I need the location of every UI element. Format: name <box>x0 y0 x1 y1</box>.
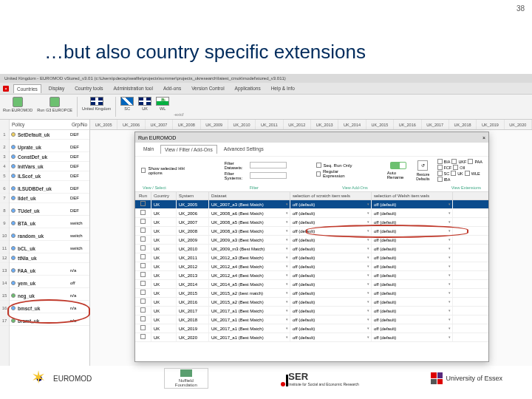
ext-checkbox[interactable] <box>437 177 443 182</box>
cell-hh[interactable]: off (default) <box>372 280 453 288</box>
dlg-tab-main[interactable]: Main <box>140 145 157 154</box>
cell-dataset[interactable]: UK_2009_m3 (Best Match) <box>209 245 290 253</box>
year-col[interactable]: UK_2013 <box>311 120 338 129</box>
function-row[interactable]: bmscf_ukn/a <box>10 304 89 313</box>
table-row[interactable]: UKUK_2019UK_2017_a1 (Best Match)off (def… <box>135 324 488 333</box>
flag-sc[interactable]: SC <box>120 97 134 117</box>
close-icon[interactable]: × <box>3 86 9 92</box>
function-row[interactable]: ILScof_ukDEF <box>10 171 89 181</box>
menu-help[interactable]: Help & Info <box>268 84 298 92</box>
function-row[interactable]: IIdef_ukDEF <box>10 194 89 203</box>
function-row[interactable]: BTA_ukswitch <box>10 219 89 228</box>
run-euromod-button[interactable]: Run EUROMOD <box>3 97 33 117</box>
year-col[interactable]: UK_2007 <box>146 120 173 129</box>
menu-addons[interactable]: Add-ons <box>160 84 184 92</box>
table-row[interactable]: UKUK_2014UK_2014_a5 (Best Match)off (def… <box>135 280 488 289</box>
run-checkbox[interactable] <box>140 290 146 295</box>
run-checkbox[interactable] <box>140 272 146 277</box>
show-selected-hh-checkbox[interactable] <box>141 168 146 173</box>
menu-admin-tool[interactable]: Administration tool <box>110 84 155 92</box>
cell-dataset[interactable]: UK_2017_a1 (Best Match) <box>209 307 290 315</box>
function-row[interactable]: neg_ukn/a <box>10 291 89 301</box>
function-row[interactable]: FAA_ukn/a <box>10 266 89 276</box>
table-row[interactable]: UKUK_2020UK_2017_a1 (Best Match)off (def… <box>135 333 488 342</box>
year-col[interactable]: UK_2014 <box>338 120 366 129</box>
cell-dataset[interactable]: UK_2008_a5 (Best Match) <box>209 218 290 226</box>
cell-switch[interactable]: off (default) <box>290 253 372 262</box>
run-checkbox[interactable] <box>140 236 146 242</box>
function-row[interactable]: ConstDef_ukDEF <box>10 152 89 162</box>
cell-switch[interactable]: off (default) <box>290 236 372 244</box>
dlg-tab-view-filter[interactable]: View / Filter / Add-Ons <box>160 145 217 154</box>
ext-checkbox[interactable] <box>437 171 443 176</box>
restore-defaults-icon[interactable]: ↺ <box>417 160 428 171</box>
cell-dataset[interactable]: UK_2007_a3 (Best Match) <box>209 200 290 208</box>
table-row[interactable]: UKUK_2010UK_2009_m3 (Best Match)off (def… <box>135 245 488 253</box>
run-checkbox[interactable] <box>140 254 146 259</box>
flag-uk[interactable]: UK <box>138 97 151 117</box>
run-checkbox[interactable] <box>140 316 146 321</box>
year-col[interactable]: UK_2006 <box>117 120 145 129</box>
menu-country-tools[interactable]: Country tools <box>72 84 106 92</box>
cell-switch[interactable]: off (default) <box>290 200 372 208</box>
table-row[interactable]: UKUK_2015UK_2015_a2 (best match)off (def… <box>135 289 488 298</box>
function-list[interactable]: Policy Grp/No SetDefault_ukDEFUprate_ukD… <box>10 120 89 366</box>
cell-switch[interactable]: off (default) <box>290 245 372 253</box>
cell-switch[interactable]: off (default) <box>290 209 372 217</box>
run-checkbox[interactable] <box>140 325 146 330</box>
ext-checkbox[interactable] <box>437 165 443 170</box>
year-col[interactable]: UK_2005 <box>90 120 117 129</box>
cell-hh[interactable]: off (default) <box>372 209 453 217</box>
table-row[interactable]: UKUK_2011UK_2012_a3 (Best Match)off (def… <box>135 253 488 262</box>
table-row[interactable]: UKUK_2012UK_2012_a4 (Best Match)off (def… <box>135 262 488 271</box>
cell-switch[interactable]: off (default) <box>290 218 372 226</box>
regex-checkbox[interactable] <box>316 171 321 177</box>
table-row[interactable]: UKUK_2005UK_2007_a3 (Best Match)off (def… <box>135 200 488 209</box>
country-button[interactable]: United Kingdom <box>82 97 111 117</box>
cell-dataset[interactable]: UK_2015_a2 (Best Match) <box>209 298 290 306</box>
cell-switch[interactable]: off (default) <box>290 307 372 315</box>
table-row[interactable]: UKUK_2006UK_2008_a6 (Best Match)off (def… <box>135 209 488 218</box>
cell-hh[interactable]: off (default) <box>372 245 453 253</box>
run-checkbox[interactable] <box>140 263 146 268</box>
cell-hh[interactable]: off (default) <box>372 271 453 279</box>
filter-datasets-input[interactable] <box>250 162 287 168</box>
cell-switch[interactable]: off (default) <box>290 298 372 306</box>
function-row[interactable]: SetDefault_ukDEF <box>10 130 89 140</box>
run-checkbox[interactable] <box>140 245 146 250</box>
cell-switch[interactable]: off (default) <box>290 324 372 332</box>
dlg-tab-advanced[interactable]: Advanced Settings <box>220 145 267 154</box>
cell-switch[interactable]: off (default) <box>290 280 372 288</box>
year-col[interactable]: UK_2015 <box>366 120 394 129</box>
year-col[interactable]: UK_2016 <box>394 120 421 129</box>
filter-systems-input[interactable] <box>250 172 287 179</box>
cell-dataset[interactable]: UK_2017_a1 (Best Match) <box>209 333 290 341</box>
cell-hh[interactable]: off (default) <box>372 289 453 297</box>
dialog-close-icon[interactable]: × <box>482 135 485 140</box>
ext-checkbox[interactable] <box>451 171 456 176</box>
function-row[interactable]: brsmt_ukn/a <box>10 316 89 326</box>
table-row[interactable]: UKUK_2009UK_2009_a3 (Best Match)off (def… <box>135 236 488 245</box>
auto-rename-toggle[interactable] <box>390 162 406 169</box>
run-checkbox[interactable] <box>140 228 146 233</box>
cell-switch[interactable]: off (default) <box>290 316 372 324</box>
cell-hh[interactable]: off (default) <box>372 298 453 306</box>
cell-dataset[interactable]: UK_2009_a3 (Best Match) <box>209 236 290 244</box>
function-row[interactable]: random_ukswitch <box>10 231 89 241</box>
cell-switch[interactable]: off (default) <box>290 271 372 279</box>
menu-countries[interactable]: Countries <box>13 84 41 93</box>
flag-wl[interactable]: WL <box>156 97 169 117</box>
cell-dataset[interactable]: UK_2012_a4 (Best Match) <box>209 262 290 270</box>
table-row[interactable]: UKUK_2017UK_2017_a1 (Best Match)off (def… <box>135 307 488 316</box>
menu-display[interactable]: Display <box>46 84 67 92</box>
cell-hh[interactable]: off (default) <box>372 236 453 244</box>
year-col[interactable]: UK_2008 <box>173 120 200 129</box>
year-col[interactable]: UK_2017 <box>422 120 449 129</box>
function-row[interactable]: Uprate_ukDEF <box>10 143 89 152</box>
menu-version-control[interactable]: Version Control <box>188 84 227 92</box>
cell-hh[interactable]: off (default) <box>372 324 453 332</box>
function-row[interactable]: TUdef_ukDEF <box>10 206 89 216</box>
table-row[interactable]: UKUK_2007UK_2008_a5 (Best Match)off (def… <box>135 218 488 227</box>
run-checkbox[interactable] <box>140 281 146 286</box>
menu-applications[interactable]: Applications <box>232 84 264 92</box>
